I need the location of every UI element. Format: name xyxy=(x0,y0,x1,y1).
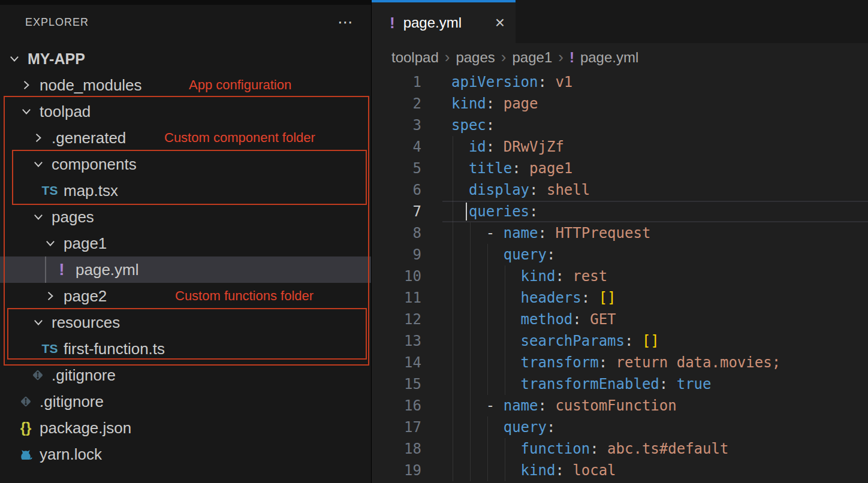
line-number[interactable]: 2 xyxy=(372,93,421,114)
code-line-19[interactable]: 19 kind: local xyxy=(372,460,868,481)
chevron-down-icon xyxy=(31,315,46,330)
breadcrumb: toolpad›pages›page1›!page.yml xyxy=(372,43,868,71)
line-number[interactable]: 14 xyxy=(372,352,421,373)
code-line-13[interactable]: 13 searchParams: [] xyxy=(372,330,868,352)
code-line-3[interactable]: 3spec: xyxy=(372,114,868,136)
tab-bar: ! page.yml × xyxy=(372,0,868,43)
tree-item-generated[interactable]: .generatedCustom component folder xyxy=(0,125,371,151)
tree-item-components[interactable]: components xyxy=(0,151,371,177)
code-line-6[interactable]: 6 display: shell xyxy=(372,179,868,201)
line-number[interactable]: 18 xyxy=(372,438,421,460)
line-number[interactable]: 7 xyxy=(372,201,421,222)
code-editor[interactable]: 1apiVersion: v12kind: page3spec:4 id: DR… xyxy=(372,71,868,483)
tree-item-label: page1 xyxy=(64,234,107,253)
line-number[interactable]: 15 xyxy=(372,373,421,395)
tree-item-page1[interactable]: page1 xyxy=(0,230,371,256)
tree-item-label: .gitignore xyxy=(40,393,104,411)
breadcrumb-item-page-yml[interactable]: page.yml xyxy=(580,49,638,66)
tree-item-label: MY-APP xyxy=(28,50,85,68)
code-line-9[interactable]: 9 query: xyxy=(372,244,868,265)
chevron-down-icon xyxy=(7,52,22,66)
code-line-7[interactable]: 7 queries: xyxy=(372,201,868,222)
breadcrumb-separator: › xyxy=(558,48,563,67)
breadcrumb-item-page1[interactable]: page1 xyxy=(512,49,552,66)
chevron-down-icon xyxy=(31,210,46,224)
red-annotation-label: App configuration xyxy=(189,72,291,98)
tree-item-resources[interactable]: resources xyxy=(0,309,371,336)
file-tree: MY-APPnode_modulesApp configurationtoolp… xyxy=(0,46,371,467)
code-line-16[interactable]: 16 - name: customFunction xyxy=(372,395,868,416)
tree-item-label: page.yml xyxy=(76,261,139,279)
tree-item-gitignore[interactable]: .gitignore xyxy=(0,362,371,388)
explorer-header: EXPLORER ⋯ xyxy=(0,5,371,40)
git-icon xyxy=(29,367,47,383)
tree-item-pages[interactable]: pages xyxy=(0,204,371,230)
line-number[interactable]: 10 xyxy=(372,265,421,287)
line-number[interactable]: 4 xyxy=(372,136,421,158)
breadcrumb-item-pages[interactable]: pages xyxy=(456,49,495,66)
tree-item-map-tsx[interactable]: TSmap.tsx xyxy=(0,177,371,204)
explorer-sidebar: EXPLORER ⋯ MY-APPnode_modulesApp configu… xyxy=(0,0,371,483)
code-line-content: spec: xyxy=(421,114,495,136)
code-line-4[interactable]: 4 id: DRwVjZf xyxy=(372,136,868,158)
code-line-10[interactable]: 10 kind: rest xyxy=(372,265,868,287)
code-line-8[interactable]: 8 - name: HTTPrequest xyxy=(372,222,868,244)
code-line-18[interactable]: 18 function: abc.ts#default xyxy=(372,438,868,460)
git-icon xyxy=(17,394,35,409)
code-line-content: title: page1 xyxy=(421,158,572,179)
tree-item-first-function-ts[interactable]: TSfirst-function.ts xyxy=(0,336,371,362)
line-number[interactable]: 16 xyxy=(372,395,421,416)
code-line-1[interactable]: 1apiVersion: v1 xyxy=(372,71,868,93)
tree-item-gitignore[interactable]: .gitignore xyxy=(0,388,371,415)
line-number[interactable]: 9 xyxy=(372,244,421,265)
tree-item-toolpad[interactable]: toolpad xyxy=(0,98,371,125)
line-number[interactable]: 3 xyxy=(372,114,421,136)
code-line-content: kind: local xyxy=(421,460,616,481)
code-line-content: queries: xyxy=(421,201,538,222)
code-line-2[interactable]: 2kind: page xyxy=(372,93,868,114)
tree-item-my-app[interactable]: MY-APP xyxy=(0,46,371,72)
line-number[interactable]: 11 xyxy=(372,287,421,309)
code-line-content: query: xyxy=(421,416,555,438)
vscode-window: EXPLORER ⋯ MY-APPnode_modulesApp configu… xyxy=(0,0,868,483)
tree-item-page2[interactable]: page2Custom functions folder xyxy=(0,283,371,309)
tree-item-label: .gitignore xyxy=(52,366,116,385)
code-line-content: apiVersion: v1 xyxy=(421,71,572,93)
line-number[interactable]: 8 xyxy=(372,222,421,244)
sidebar-top-strip xyxy=(0,0,371,5)
chevron-down-icon xyxy=(19,104,34,119)
breadcrumb-item-toolpad[interactable]: toolpad xyxy=(391,49,439,66)
tree-item-node-modules[interactable]: node_modulesApp configuration xyxy=(0,72,371,98)
line-number[interactable]: 12 xyxy=(372,309,421,330)
code-line-5[interactable]: 5 title: page1 xyxy=(372,158,868,179)
tree-item-label: node_modules xyxy=(40,76,142,95)
line-number[interactable]: 13 xyxy=(372,330,421,352)
line-number[interactable]: 17 xyxy=(372,416,421,438)
more-actions-icon[interactable]: ⋯ xyxy=(337,19,353,25)
code-line-17[interactable]: 17 query: xyxy=(372,416,868,438)
tree-item-label: components xyxy=(52,155,137,174)
code-line-14[interactable]: 14 transform: return data.movies; xyxy=(372,352,868,373)
yaml-warning-icon: ! xyxy=(569,49,574,66)
editor-area: ! page.yml × toolpad›pages›page1›!page.y… xyxy=(371,0,868,483)
close-tab-icon[interactable]: × xyxy=(495,14,505,31)
chevron-down-icon xyxy=(43,236,58,250)
tab-label: page.yml xyxy=(403,14,462,31)
tree-item-package-json[interactable]: {}package.json xyxy=(0,415,371,441)
chevron-down-icon xyxy=(31,157,46,171)
tree-item-label: map.tsx xyxy=(64,182,118,200)
code-line-11[interactable]: 11 headers: [] xyxy=(372,287,868,309)
red-annotation-label: Custom component folder xyxy=(164,125,315,151)
line-number[interactable]: 5 xyxy=(372,158,421,179)
ts-icon: TS xyxy=(41,342,59,356)
tree-item-page-yml[interactable]: !page.yml xyxy=(0,256,371,283)
line-number[interactable]: 1 xyxy=(372,71,421,93)
line-number[interactable]: 6 xyxy=(372,179,421,201)
line-number[interactable]: 19 xyxy=(372,460,421,481)
code-line-12[interactable]: 12 method: GET xyxy=(372,309,868,330)
tree-item-yarn-lock[interactable]: yarn.lock xyxy=(0,441,371,467)
tree-item-label: resources xyxy=(52,313,120,332)
yaml-warning-icon: ! xyxy=(390,14,395,32)
code-line-15[interactable]: 15 transformEnabled: true xyxy=(372,373,868,395)
tab-page-yml[interactable]: ! page.yml × xyxy=(372,2,516,43)
